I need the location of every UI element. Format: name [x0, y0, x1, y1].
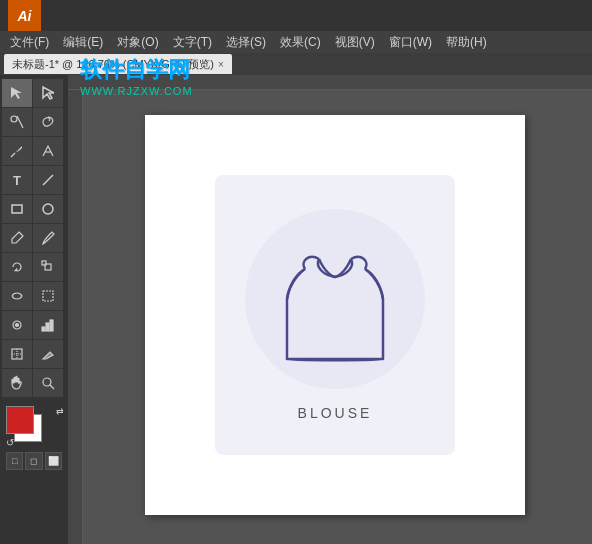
tool-row-8: [2, 282, 66, 310]
bottom-tools: ⇄ ↺ □ ◻ ⬜: [2, 402, 66, 470]
svg-rect-12: [42, 327, 45, 331]
paintbrush-tool[interactable]: [2, 224, 32, 252]
svg-point-18: [43, 378, 51, 386]
foreground-color-swatch[interactable]: [6, 406, 34, 434]
menu-window[interactable]: 窗口(W): [383, 32, 438, 53]
tab-close-button[interactable]: ×: [218, 59, 224, 70]
svg-line-2: [11, 153, 15, 157]
tool-row-4: T: [2, 166, 66, 194]
artboard-container: BLOUSE: [145, 115, 525, 515]
document-tab[interactable]: 未标题-1* @ 126.76% (CMYK/GPU 预览) ×: [4, 54, 232, 74]
svg-rect-8: [42, 261, 46, 265]
menu-edit[interactable]: 编辑(E): [57, 32, 109, 53]
tool-row-10: [2, 340, 66, 368]
pen-tool[interactable]: [2, 137, 32, 165]
selection-tool[interactable]: [2, 79, 32, 107]
zoom-tool[interactable]: [33, 369, 63, 397]
menu-type[interactable]: 文字(T): [167, 32, 218, 53]
tool-row-1: [2, 79, 66, 107]
ellipse-tool[interactable]: [33, 195, 63, 223]
free-transform-tool[interactable]: [33, 282, 63, 310]
svg-rect-13: [46, 323, 49, 331]
swap-colors-icon[interactable]: ⇄: [56, 406, 64, 416]
horizontal-ruler: [68, 75, 592, 90]
normal-mode-button[interactable]: □: [6, 452, 23, 470]
menu-view[interactable]: 视图(V): [329, 32, 381, 53]
direct-selection-tool[interactable]: [33, 79, 63, 107]
tool-row-3: [2, 137, 66, 165]
color-swatches[interactable]: ⇄ ↺: [6, 406, 66, 446]
title-bar: Ai: [0, 0, 592, 31]
column-graph-tool[interactable]: [33, 311, 63, 339]
eraser-tool[interactable]: [33, 340, 63, 368]
svg-point-1: [11, 116, 17, 122]
toolbar: T: [0, 75, 68, 544]
full-screen-mode-button[interactable]: ◻: [25, 452, 42, 470]
warp-tool[interactable]: [2, 282, 32, 310]
menu-file[interactable]: 文件(F): [4, 32, 55, 53]
rotate-tool[interactable]: [2, 253, 32, 281]
svg-point-11: [16, 324, 19, 327]
mode-row: □ ◻ ⬜: [4, 452, 64, 470]
tool-row-5: [2, 195, 66, 223]
circle-background: [245, 209, 425, 389]
rectangle-tool[interactable]: [2, 195, 32, 223]
lasso-tool[interactable]: [33, 108, 63, 136]
tool-row-9: [2, 311, 66, 339]
tool-row-2: [2, 108, 66, 136]
tab-bar: 未标题-1* @ 126.76% (CMYK/GPU 预览) ×: [0, 53, 592, 75]
tool-row-7: [2, 253, 66, 281]
menu-bar: 文件(F) 编辑(E) 对象(O) 文字(T) 选择(S) 效果(C) 视图(V…: [0, 31, 592, 53]
app-logo: Ai: [8, 0, 41, 31]
artboard[interactable]: BLOUSE: [145, 115, 525, 515]
menu-object[interactable]: 对象(O): [111, 32, 164, 53]
svg-rect-5: [12, 205, 22, 213]
main-layout: T: [0, 75, 592, 544]
symbol-tool[interactable]: [2, 311, 32, 339]
menu-effect[interactable]: 效果(C): [274, 32, 327, 53]
magic-wand-tool[interactable]: [2, 108, 32, 136]
svg-line-19: [50, 385, 54, 389]
scale-tool[interactable]: [33, 253, 63, 281]
type-tool[interactable]: T: [2, 166, 32, 194]
tool-row-6: [2, 224, 66, 252]
vertical-ruler: [68, 90, 83, 544]
svg-point-6: [43, 204, 53, 214]
tab-label: 未标题-1* @ 126.76% (CMYK/GPU 预览): [12, 57, 214, 72]
add-anchor-tool[interactable]: [33, 137, 63, 165]
svg-line-4: [43, 175, 53, 185]
hand-tool[interactable]: [2, 369, 32, 397]
menu-help[interactable]: 帮助(H): [440, 32, 493, 53]
tool-row-11: [2, 369, 66, 397]
presentation-mode-button[interactable]: ⬜: [45, 452, 62, 470]
svg-line-0: [17, 116, 23, 128]
menu-select[interactable]: 选择(S): [220, 32, 272, 53]
reset-colors-icon[interactable]: ↺: [6, 437, 14, 448]
line-tool[interactable]: [33, 166, 63, 194]
blouse-icon: [275, 229, 395, 369]
pencil-tool[interactable]: [33, 224, 63, 252]
svg-rect-9: [43, 291, 53, 301]
svg-rect-14: [50, 320, 53, 331]
slice-tool[interactable]: [2, 340, 32, 368]
canvas-area: BLOUSE: [68, 75, 592, 544]
blouse-label: BLOUSE: [298, 405, 373, 421]
design-card: BLOUSE: [215, 175, 455, 455]
